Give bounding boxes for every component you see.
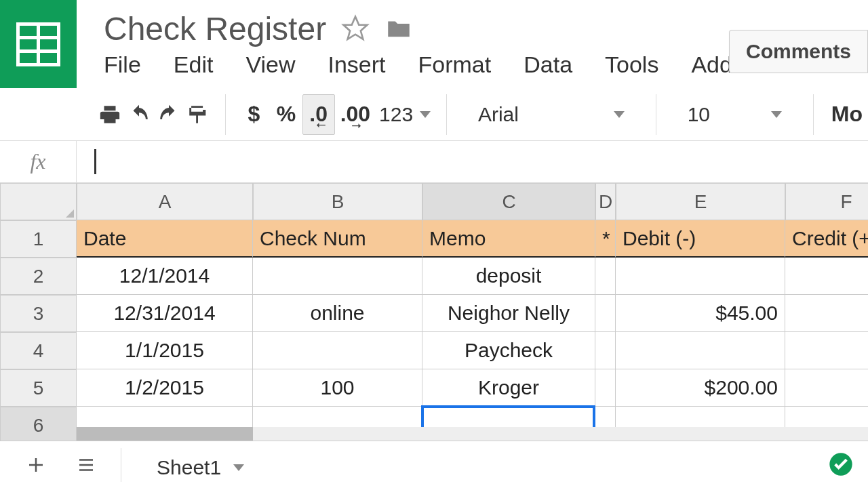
paint-format-button[interactable]	[183, 94, 212, 135]
sheets-logo[interactable]	[0, 0, 77, 88]
formula-bar: fx	[0, 141, 868, 183]
menu-tools[interactable]: Tools	[605, 52, 658, 78]
cell-D4[interactable]	[595, 332, 616, 369]
cell-F1[interactable]: Credit (+	[785, 220, 868, 258]
col-header-D[interactable]: D	[595, 183, 616, 220]
cell-F3[interactable]	[785, 295, 868, 332]
save-status-icon	[827, 441, 854, 488]
sheet-tab-label: Sheet1	[157, 456, 221, 479]
cell-B3[interactable]: online	[253, 295, 422, 332]
cell-D3[interactable]	[595, 295, 616, 332]
spreadsheet-icon	[13, 19, 64, 70]
chevron-down-icon	[420, 111, 431, 118]
cell-B2[interactable]	[253, 258, 422, 295]
menu-format[interactable]: Format	[418, 52, 492, 78]
col-header-F[interactable]: F	[785, 183, 868, 220]
cell-D5[interactable]	[595, 369, 616, 407]
row-header-4[interactable]: 4	[0, 332, 77, 369]
comments-button[interactable]: Comments	[729, 30, 868, 73]
col-header-E[interactable]: E	[616, 183, 785, 220]
text-caret	[94, 149, 96, 174]
cell-A2[interactable]: 12/1/2014	[77, 258, 253, 295]
cell-D1[interactable]: *	[595, 220, 616, 258]
print-button[interactable]	[95, 94, 124, 135]
document-title[interactable]: Check Register	[104, 10, 326, 47]
svg-marker-4	[344, 17, 368, 39]
more-formats-button[interactable]: Mo	[826, 102, 868, 127]
currency-button[interactable]: $	[238, 94, 270, 135]
all-sheets-button[interactable]	[71, 449, 102, 481]
cell-E3[interactable]: $45.00	[616, 295, 785, 332]
sheet-tab-bar: Sheet1	[0, 441, 868, 488]
row-header-6[interactable]: 6	[0, 407, 77, 444]
cell-A5[interactable]: 1/2/2015	[77, 369, 253, 407]
cell-B1[interactable]: Check Num	[253, 220, 422, 258]
row-header-3[interactable]: 3	[0, 295, 77, 332]
numfmt-label: 123	[379, 103, 413, 126]
cell-B4[interactable]	[253, 332, 422, 369]
cell-B5[interactable]: 100	[253, 369, 422, 407]
font-name-label: Arial	[478, 103, 519, 126]
col-header-C[interactable]: C	[422, 183, 595, 220]
cell-E5[interactable]: $200.00	[616, 369, 785, 407]
menu-insert[interactable]: Insert	[328, 52, 385, 78]
folder-icon[interactable]	[384, 14, 413, 43]
fx-icon: fx	[0, 141, 77, 182]
cell-A4[interactable]: 1/1/2015	[77, 332, 253, 369]
row-header-2[interactable]: 2	[0, 258, 77, 295]
cell-A3[interactable]: 12/31/2014	[77, 295, 253, 332]
formula-input[interactable]	[77, 141, 868, 182]
undo-button[interactable]	[124, 94, 153, 135]
select-all-corner[interactable]	[0, 183, 77, 220]
cell-C2[interactable]: deposit	[422, 258, 595, 295]
cell-A1[interactable]: Date	[77, 220, 253, 258]
cell-F4[interactable]: $	[785, 332, 868, 369]
cell-C1[interactable]: Memo	[422, 220, 595, 258]
cell-E2[interactable]	[616, 258, 785, 295]
decrease-decimal-button[interactable]: .0	[302, 94, 335, 135]
add-sheet-button[interactable]	[20, 449, 52, 481]
font-size-label: 10	[688, 103, 710, 126]
col-header-B[interactable]: B	[253, 183, 422, 220]
font-picker[interactable]: Arial	[459, 103, 644, 126]
redo-button[interactable]	[154, 94, 183, 135]
menu-edit[interactable]: Edit	[174, 52, 214, 78]
menu-view[interactable]: View	[245, 52, 295, 78]
menu-file[interactable]: File	[104, 52, 141, 78]
font-size-picker[interactable]: 10	[669, 103, 801, 126]
toolbar: $ % .0 .00 123 Arial 10 Mo	[0, 88, 868, 141]
title-bar: Check Register File Edit View Insert For…	[0, 0, 868, 88]
cell-C4[interactable]: Paycheck	[422, 332, 595, 369]
col-header-A[interactable]: A	[77, 183, 253, 220]
menu-data[interactable]: Data	[524, 52, 572, 78]
star-icon[interactable]	[341, 14, 370, 43]
percent-button[interactable]: %	[270, 94, 302, 135]
scrollbar-thumb[interactable]	[77, 427, 253, 442]
cell-E4[interactable]	[616, 332, 785, 369]
row-header-1[interactable]: 1	[0, 220, 77, 258]
increase-decimal-button[interactable]: .00	[335, 94, 376, 135]
cell-F2[interactable]	[785, 258, 868, 295]
cell-E1[interactable]: Debit (-)	[616, 220, 785, 258]
chevron-down-icon	[233, 464, 244, 471]
spreadsheet-grid[interactable]: A B C D E F 1 Date Check Num Memo * Debi…	[0, 183, 868, 441]
chevron-down-icon	[614, 111, 625, 118]
row-header-5[interactable]: 5	[0, 369, 77, 407]
cell-F5[interactable]	[785, 369, 868, 407]
cell-D2[interactable]	[595, 258, 616, 295]
sheet-tab-1[interactable]: Sheet1	[140, 443, 260, 487]
chevron-down-icon	[771, 111, 782, 118]
horizontal-scrollbar[interactable]	[77, 427, 868, 442]
cell-C5[interactable]: Kroger	[422, 369, 595, 407]
cell-C3[interactable]: Neighor Nelly	[422, 295, 595, 332]
number-format-button[interactable]: 123	[376, 94, 434, 135]
